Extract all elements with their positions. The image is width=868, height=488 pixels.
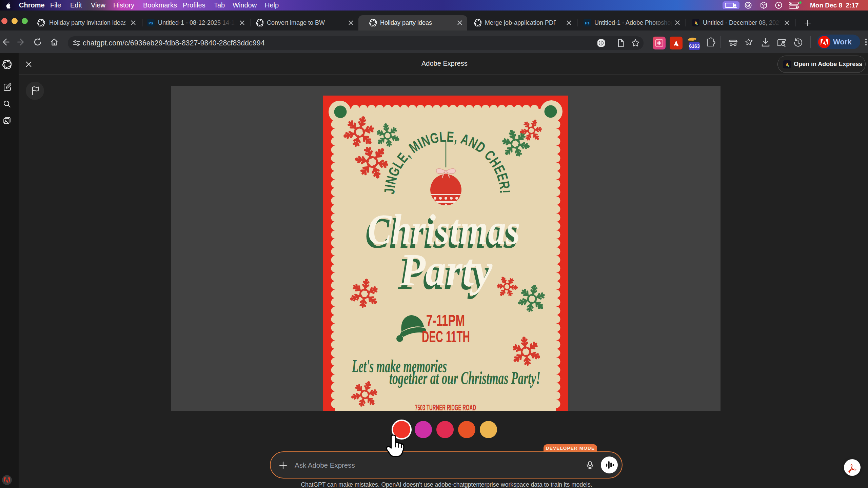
svg-text:together at our Christmas Part: together at our Christmas Party! [389,368,540,388]
svg-text:Party: Party [400,244,492,295]
svg-text:7-11PM: 7-11PM [426,311,465,329]
svg-text:6163: 6163 [689,43,699,49]
svg-text:7503 TURNER RIDGE ROAD: 7503 TURNER RIDGE ROAD [415,403,476,411]
svg-text:DEC 11TH: DEC 11TH [422,327,470,346]
